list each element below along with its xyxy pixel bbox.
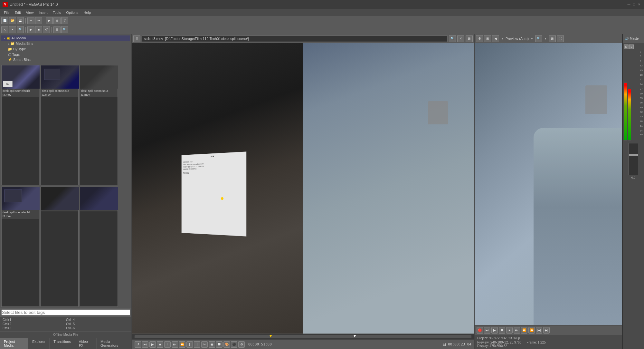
preview-video-area: NX MODEL NO.This device complies withPAR… [132, 43, 474, 334]
output-dual-btn[interactable]: ⊞ [484, 35, 491, 42]
zoom-tool[interactable]: 🔍 [17, 26, 24, 33]
render-button[interactable]: ▶ [46, 17, 53, 24]
master-solo-btn[interactable]: S [629, 44, 634, 49]
toolbar-row-1: 📄 📂 💾 ↩ ↪ ▶ ⊕ ? [0, 16, 644, 25]
out-step-back[interactable]: |◀ [536, 327, 542, 334]
stop-btn[interactable]: ■ [35, 26, 42, 33]
undo-button[interactable]: ↩ [27, 17, 34, 24]
output-zoom-btn[interactable]: 🔍 [535, 35, 542, 42]
tree-item-smart-bins[interactable]: ⚡ Smart Bins [1, 57, 130, 63]
offline-media-button[interactable]: Offline Media File [0, 331, 131, 338]
media-clip-4[interactable]: desk spill scene/sc1d t3.mov [1, 187, 39, 307]
preview-settings-btn[interactable]: ⚙ [133, 35, 140, 42]
clip-label-3: desk spill scene/sc1c t1.mov [80, 89, 118, 97]
out-play-btn[interactable]: ▶ [491, 327, 498, 334]
search-btn[interactable]: 🔍 [61, 26, 68, 33]
preview-color-btn[interactable]: 🎨 [223, 341, 230, 348]
preview-info: Preview: 240x180x32, 23.976p [477, 341, 521, 344]
clip-label-5 [41, 210, 78, 211]
preview-split-btn[interactable]: ✂ [201, 341, 208, 348]
tab-transitions[interactable]: Transitions [50, 338, 75, 349]
save-button[interactable]: 💾 [17, 17, 24, 24]
output-settings-btn[interactable]: ⚙ [476, 35, 483, 42]
menu-help[interactable]: Help [81, 10, 93, 15]
menu-tools[interactable]: Tools [50, 10, 64, 15]
shortcut-ctrl6: Ctrl+6 [66, 326, 129, 330]
preview-misc-btn[interactable]: ⚙ [238, 341, 245, 348]
output-full-btn[interactable]: ⛶ [557, 35, 564, 42]
tab-media-gen[interactable]: Media Generators [97, 338, 131, 349]
tag-input-area [0, 308, 131, 317]
out-loop-btn[interactable]: 🔴 [477, 327, 483, 334]
preview-right-clip [303, 43, 474, 334]
preview-play-btn[interactable]: ▶ [149, 341, 156, 348]
menu-insert[interactable]: Insert [36, 10, 50, 15]
loop-btn[interactable]: ↺ [43, 26, 50, 33]
output-prev-btn[interactable]: ◀ [492, 35, 499, 42]
output-mode-arrow[interactable]: ▼ [530, 37, 534, 40]
out-ff-btn[interactable]: ⏩ [521, 327, 527, 334]
new-button[interactable]: 📄 [1, 17, 8, 24]
tree-item-media-bins[interactable]: ▶📁 Media Bins [1, 41, 130, 46]
open-button[interactable]: 📂 [9, 17, 16, 24]
preview-pause-btn[interactable]: ⏸ [164, 341, 171, 348]
tab-explorer[interactable]: Explorer [28, 338, 50, 349]
out-step-fwd[interactable]: ▶| [543, 327, 550, 334]
redo-button[interactable]: ↪ [35, 17, 42, 24]
master-mute-btn[interactable]: M [624, 44, 629, 49]
preview-filename-input[interactable] [142, 35, 448, 42]
out-prev-frame[interactable]: ⏮ [484, 327, 490, 334]
tree-item-all-media[interactable]: ▼▣ All Media [1, 35, 130, 41]
preview-record-btn[interactable]: ⚫ [231, 341, 237, 348]
clip-thumbnail-2 [41, 65, 79, 89]
preview-close-btn[interactable]: ✕ [457, 35, 464, 42]
media-clip-5[interactable] [41, 187, 79, 307]
menu-file[interactable]: File [1, 10, 12, 15]
audio-panel: 🔊 Master M S 3691215 1821242730 33363942… [622, 34, 644, 349]
meter-right [628, 89, 631, 141]
preview-loop-btn[interactable]: ↺ [135, 341, 141, 348]
grid-btn[interactable]: ⊞ [53, 26, 61, 33]
help-btn[interactable]: ? [61, 17, 68, 24]
out-rew-btn[interactable]: ⏪ [528, 327, 535, 334]
media-clip-1[interactable]: NX desk spill scene/sc1b t4.mov [1, 65, 39, 185]
preview-snap-btn2[interactable]: 🔲 [216, 341, 223, 348]
tree-item-tags[interactable]: 🏷 Tags [1, 52, 130, 57]
menu-options[interactable]: Options [64, 10, 81, 15]
tab-video-fx[interactable]: Video FX [75, 338, 97, 349]
preview-camera-icon: 🎞 [442, 343, 446, 346]
minimize-button[interactable]: — [627, 2, 631, 7]
scrubber-track[interactable] [135, 335, 471, 338]
tab-project-media[interactable]: Project Media [0, 338, 28, 349]
capture-button[interactable]: ⊕ [53, 17, 61, 24]
preview-jog-btn[interactable]: ◉ [209, 341, 215, 348]
edit-tool[interactable]: ✂ [9, 26, 16, 33]
out-stop-btn[interactable]: ■ [506, 327, 513, 334]
maximize-button[interactable]: □ [632, 2, 636, 7]
preview-mark-out[interactable]: ] [194, 341, 200, 348]
preview-snap-btn[interactable]: ⊞ [466, 35, 473, 42]
frame-info: Frame: 1,225 [526, 341, 545, 344]
preview-prev-btn[interactable]: ⏮ [142, 341, 148, 348]
select-tool[interactable]: ↖ [1, 26, 8, 33]
preview-zoom-btn[interactable]: 🔍 [449, 35, 456, 42]
preview-stop-btn[interactable]: ■ [157, 341, 163, 348]
menu-view[interactable]: View [24, 10, 36, 15]
media-clip-2[interactable]: desk spill scene/sc1b t2.mov [41, 65, 79, 185]
preview-next-btn[interactable]: ⏭ [172, 341, 178, 348]
menu-edit[interactable]: Edit [12, 10, 24, 15]
preview-scrubber[interactable] [132, 334, 474, 339]
output-zoom-arrow[interactable]: ▼ [543, 37, 548, 40]
media-clip-6[interactable] [80, 187, 118, 307]
output-ext-btn[interactable]: ⊞ [549, 35, 556, 42]
master-fader[interactable] [629, 143, 638, 175]
play-btn[interactable]: ▶ [27, 26, 34, 33]
preview-mark-in[interactable]: [ [186, 341, 193, 348]
out-pause-btn[interactable]: ⏸ [499, 327, 505, 334]
media-clip-3[interactable]: desk spill scene/sc1c t1.mov [80, 65, 118, 185]
out-next-frame[interactable]: ⏭ [514, 327, 520, 334]
tree-item-by-type[interactable]: 📁 By Type [1, 46, 130, 52]
close-button[interactable]: ✕ [637, 2, 641, 7]
tag-input[interactable] [1, 309, 130, 315]
preview-ff-btn[interactable]: ⏩ [179, 341, 185, 348]
